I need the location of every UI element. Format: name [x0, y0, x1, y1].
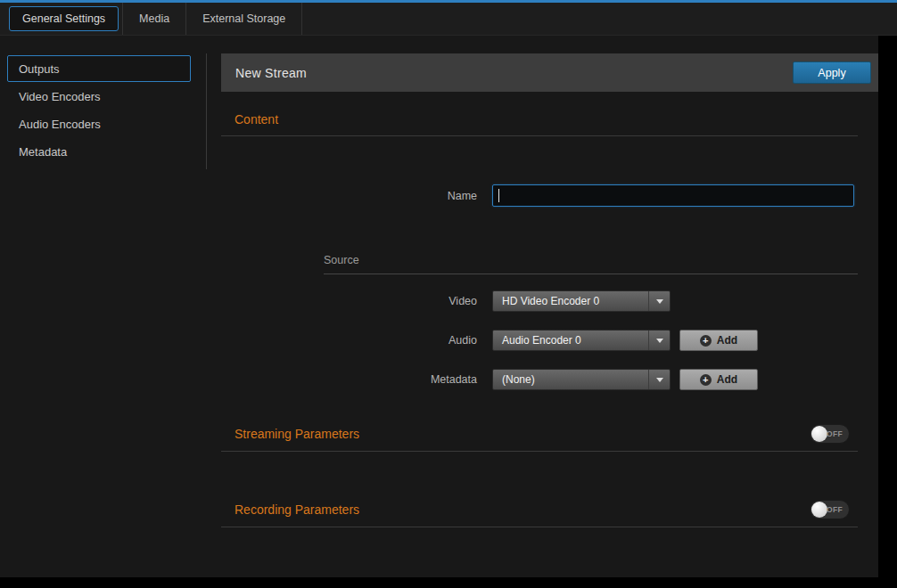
content-divider [221, 135, 858, 136]
app-window: General Settings Media External Storage … [0, 0, 897, 588]
toggle-off-label: OFF [827, 429, 843, 438]
recording-parameters-title: Recording Parameters [235, 502, 359, 517]
sidebar-item-audio-encoders[interactable]: Audio Encoders [7, 110, 191, 137]
tab-media[interactable]: Media [123, 3, 185, 35]
video-source-value: HD Video Encoder 0 [493, 291, 648, 311]
add-metadata-label: Add [717, 373, 737, 386]
streaming-parameters-toggle[interactable]: OFF [810, 424, 850, 444]
tab-general-settings[interactable]: General Settings [9, 6, 119, 31]
stream-header: New Stream Apply [221, 53, 878, 92]
video-source-dropdown[interactable]: HD Video Encoder 0 [492, 290, 671, 312]
sidebar-item-metadata[interactable]: Metadata [7, 138, 191, 165]
add-metadata-button[interactable]: + Add [679, 369, 758, 390]
source-group-label: Source [324, 254, 359, 266]
video-label: Video [221, 295, 477, 307]
name-input[interactable] [492, 184, 854, 207]
text-caret [498, 189, 499, 202]
streaming-parameters-title: Streaming Parameters [235, 427, 359, 441]
main-panel: New Stream Apply Content Name Source Vid… [221, 53, 878, 577]
sidebar-item-outputs[interactable]: Outputs [7, 55, 191, 82]
recording-parameters-toggle[interactable]: OFF [810, 500, 850, 519]
audio-source-value: Audio Encoder 0 [493, 331, 648, 350]
chevron-down-icon [648, 291, 670, 311]
metadata-label: Metadata [221, 373, 477, 386]
page-title: New Stream [235, 66, 307, 80]
chevron-down-icon [648, 331, 670, 350]
sidebar-item-video-encoders[interactable]: Video Encoders [7, 83, 191, 110]
tab-external-storage[interactable]: External Storage [186, 3, 301, 35]
name-label: Name [221, 190, 477, 202]
add-audio-label: Add [717, 334, 737, 347]
sidebar: Outputs Video Encoders Audio Encoders Me… [0, 36, 205, 166]
top-tab-bar: General Settings Media External Storage [0, 0, 897, 36]
toggle-knob [811, 426, 827, 442]
toggle-off-label: OFF [827, 505, 843, 514]
apply-button[interactable]: Apply [793, 61, 871, 84]
metadata-source-value: (None) [493, 370, 648, 389]
add-audio-button[interactable]: + Add [679, 330, 758, 351]
recording-divider [221, 527, 858, 527]
page-body: Outputs Video Encoders Audio Encoders Me… [0, 36, 878, 577]
audio-label: Audio [221, 334, 477, 347]
content-section-title: Content [235, 112, 278, 127]
tab-separator [301, 3, 302, 35]
streaming-divider [221, 451, 858, 452]
sidebar-divider [206, 53, 207, 169]
toggle-knob [811, 502, 827, 518]
audio-source-dropdown[interactable]: Audio Encoder 0 [492, 330, 671, 351]
plus-icon: + [700, 335, 712, 347]
chevron-down-icon [648, 370, 670, 389]
source-divider [324, 274, 858, 274]
metadata-source-dropdown[interactable]: (None) [492, 369, 671, 390]
plus-icon: + [700, 374, 712, 386]
